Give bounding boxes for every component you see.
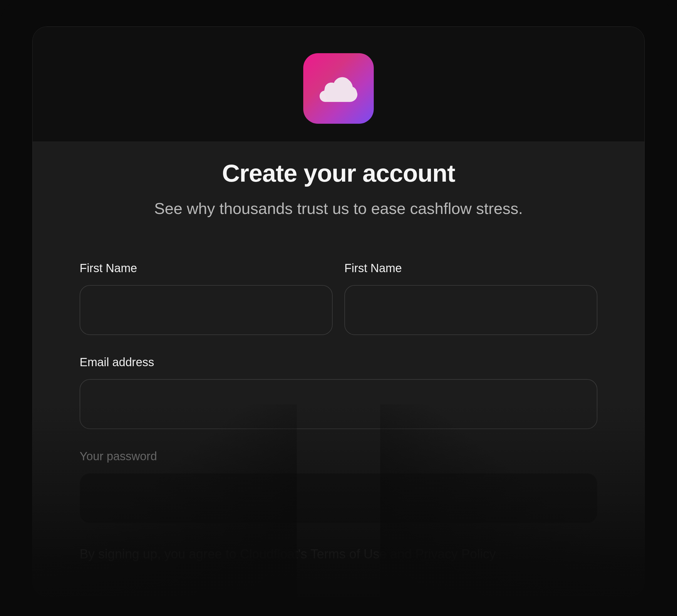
page-subtitle: See why thousands trust us to ease cashf… <box>80 199 597 218</box>
form-section: Create your account See why thousands tr… <box>33 141 644 597</box>
brand-logo <box>303 53 374 124</box>
password-input[interactable] <box>80 473 597 523</box>
first-name-group-right: First Name <box>345 262 597 335</box>
terms-text: By signing up, you agree to Cloudfloat's… <box>80 547 597 561</box>
terms-and: and <box>387 547 415 561</box>
first-name-group-left: First Name <box>80 262 332 335</box>
svg-rect-3 <box>326 92 355 101</box>
email-input[interactable] <box>80 379 597 429</box>
email-group: Email address <box>80 356 597 429</box>
logo-section <box>33 27 644 141</box>
email-label: Email address <box>80 356 597 369</box>
signup-card: Create your account See why thousands tr… <box>32 27 645 597</box>
terms-prefix: By signing up, you agree to Cloudfloat's <box>80 547 310 561</box>
first-name-input-left[interactable] <box>80 285 332 335</box>
password-group: Your password <box>80 450 597 523</box>
terms-of-use-link[interactable]: Terms of Use <box>310 547 387 561</box>
first-name-label-right: First Name <box>345 262 597 275</box>
first-name-label-left: First Name <box>80 262 332 275</box>
privacy-policy-link[interactable]: Privacy Policy <box>415 547 496 561</box>
name-row: First Name First Name <box>80 262 597 335</box>
page-container: Create your account See why thousands tr… <box>0 0 677 616</box>
first-name-input-right[interactable] <box>345 285 597 335</box>
password-label: Your password <box>80 450 597 463</box>
page-title: Create your account <box>80 159 597 187</box>
cloud-icon <box>316 74 361 103</box>
